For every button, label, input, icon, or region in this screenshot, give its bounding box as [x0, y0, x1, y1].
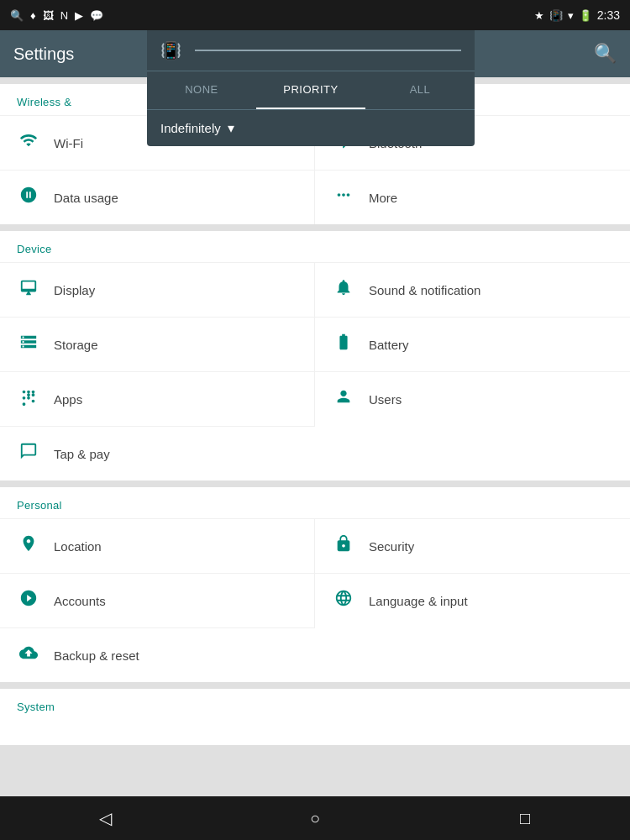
- app-icon-6: 💬: [90, 9, 103, 22]
- system-section: System: [0, 689, 630, 745]
- apps-icon: [17, 387, 40, 411]
- home-button[interactable]: ○: [290, 801, 340, 835]
- tap-pay-label: Tap & pay: [54, 447, 110, 461]
- page-title: Settings: [13, 45, 74, 64]
- display-icon: [17, 278, 40, 302]
- more-icon: [332, 186, 355, 209]
- time-display: 2:33: [597, 8, 620, 22]
- device-grid: Display Sound & notification Storage Bat…: [0, 262, 630, 480]
- nav-bar: ◁ ○ □: [0, 796, 630, 840]
- security-item[interactable]: Security: [315, 518, 630, 573]
- language-label: Language & input: [369, 594, 468, 608]
- location-label: Location: [54, 539, 102, 554]
- vibrate-slider[interactable]: [195, 50, 461, 51]
- dropdown-tabs: NONE PRIORITY ALL: [147, 71, 475, 109]
- battery-status-icon: 🔋: [579, 9, 592, 22]
- display-label: Display: [54, 283, 95, 297]
- accounts-item[interactable]: Accounts: [0, 573, 315, 627]
- system-header: System: [0, 689, 630, 720]
- vibrate-status-icon: 📳: [549, 9, 563, 22]
- more-label: More: [369, 191, 397, 205]
- more-item[interactable]: More: [315, 170, 630, 224]
- app-icon-5: ▶: [75, 9, 83, 22]
- search-button[interactable]: 🔍: [594, 43, 617, 65]
- security-label: Security: [369, 539, 414, 554]
- priority-dropdown: 📳 NONE PRIORITY ALL Indefinitely ▾: [147, 30, 475, 146]
- users-icon: [332, 387, 355, 411]
- vibrate-phone-icon: 📳: [160, 40, 181, 60]
- location-item[interactable]: Location: [0, 518, 315, 573]
- recent-icon: □: [520, 809, 530, 828]
- users-label: Users: [369, 392, 402, 407]
- sound-icon: [332, 278, 355, 302]
- status-bar-left: 🔍 ♦ 🖼 N ▶ 💬: [10, 9, 103, 22]
- home-icon: ○: [310, 809, 320, 828]
- data-usage-icon: [17, 186, 40, 209]
- back-icon: ◁: [99, 808, 112, 828]
- storage-label: Storage: [54, 338, 98, 352]
- personal-grid: Location Security Accounts Language & in…: [0, 518, 630, 682]
- storage-item[interactable]: Storage: [0, 317, 315, 371]
- apps-item[interactable]: Apps: [0, 371, 315, 426]
- tab-all[interactable]: ALL: [365, 71, 475, 109]
- tap-pay-icon: [17, 442, 40, 465]
- device-section: Device Display Sound & notification Stor…: [0, 231, 630, 480]
- recent-button[interactable]: □: [500, 801, 550, 835]
- language-icon: [332, 589, 355, 612]
- chevron-down-icon: ▾: [228, 120, 234, 136]
- battery-label: Battery: [369, 338, 409, 352]
- star-icon: ★: [534, 9, 544, 22]
- vibrate-row: 📳: [147, 30, 475, 71]
- app-icon-4: N: [60, 9, 68, 22]
- status-bar: 🔍 ♦ 🖼 N ▶ 💬 ★ 📳 ▾ 🔋 2:33: [0, 0, 630, 30]
- wifi-icon: [17, 131, 40, 155]
- sound-notification-label: Sound & notification: [369, 283, 480, 297]
- language-item[interactable]: Language & input: [315, 573, 630, 627]
- battery-icon: [332, 333, 355, 356]
- battery-item[interactable]: Battery: [315, 317, 630, 371]
- device-header: Device: [0, 231, 630, 262]
- tab-priority[interactable]: PRIORITY: [256, 71, 365, 109]
- vibrate-icon-area: 📳: [160, 40, 181, 60]
- status-bar-right: ★ 📳 ▾ 🔋 2:33: [534, 8, 620, 22]
- back-button[interactable]: ◁: [80, 801, 130, 835]
- app-icon-2: ♦: [30, 9, 36, 22]
- duration-selector[interactable]: Indefinitely ▾: [147, 109, 475, 146]
- tab-none[interactable]: NONE: [147, 71, 256, 109]
- backup-reset-item[interactable]: Backup & reset: [0, 627, 315, 682]
- sound-notification-item[interactable]: Sound & notification: [315, 262, 630, 317]
- app-icon-1: 🔍: [10, 9, 24, 22]
- wifi-label: Wi-Fi: [54, 136, 83, 150]
- storage-icon: [17, 333, 40, 356]
- backup-label: Backup & reset: [54, 648, 139, 663]
- accounts-label: Accounts: [54, 594, 106, 608]
- display-item[interactable]: Display: [0, 262, 315, 317]
- data-usage-label: Data usage: [54, 191, 118, 205]
- personal-header: Personal: [0, 487, 630, 518]
- security-icon: [332, 534, 355, 558]
- app-icon-3: 🖼: [43, 9, 54, 22]
- location-icon: [17, 534, 40, 558]
- users-item[interactable]: Users: [315, 371, 630, 426]
- backup-icon: [17, 643, 40, 667]
- duration-label: Indefinitely: [160, 121, 221, 135]
- main-content: Wireless & Wi-Fi Bluetooth Data usage: [0, 77, 630, 796]
- apps-label: Apps: [54, 392, 82, 407]
- personal-section: Personal Location Security Accounts: [0, 487, 630, 682]
- accounts-icon: [17, 589, 40, 612]
- tap-pay-item[interactable]: Tap & pay: [0, 426, 315, 480]
- data-usage-item[interactable]: Data usage: [0, 170, 315, 224]
- wifi-status-icon: ▾: [568, 9, 574, 22]
